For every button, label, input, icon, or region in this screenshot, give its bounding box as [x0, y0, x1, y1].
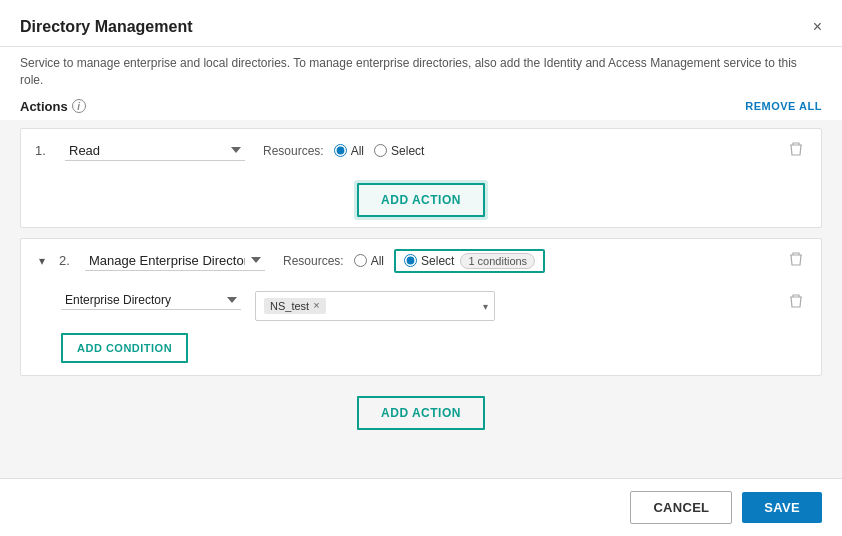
- modal: Directory Management × Service to manage…: [0, 0, 842, 536]
- action-1-resources-label: Resources:: [263, 144, 324, 158]
- action-2-select[interactable]: Manage Enterprise Directory Read Write: [85, 251, 265, 271]
- cancel-button[interactable]: CANCEL: [630, 491, 732, 524]
- action-2-number: 2.: [59, 253, 75, 268]
- action-1-select[interactable]: Read Write Manage Enterprise Directory: [65, 141, 245, 161]
- info-icon: i: [72, 99, 86, 113]
- action-2-radio-select[interactable]: Select: [404, 254, 454, 268]
- condition-delete-button[interactable]: [785, 291, 807, 315]
- conditions-badge: 1 conditions: [460, 253, 535, 269]
- tag-ns-test: NS_test ×: [264, 298, 326, 314]
- modal-header: Directory Management ×: [0, 0, 842, 47]
- modal-footer: CANCEL SAVE: [0, 478, 842, 536]
- actions-header: Actions i REMOVE ALL: [0, 89, 842, 120]
- condition-row: Enterprise Directory Local Directory NS_…: [21, 283, 821, 329]
- add-condition-area: ADD CONDITION: [21, 329, 821, 375]
- action-2-select-highlighted: Select 1 conditions: [394, 249, 545, 273]
- trash-icon-2: [789, 251, 803, 267]
- action-2-delete-button[interactable]: [785, 249, 807, 273]
- modal-body: 1. Read Write Manage Enterprise Director…: [0, 120, 842, 478]
- add-action-bottom-button[interactable]: ADD Action: [357, 396, 485, 430]
- action-1-row: 1. Read Write Manage Enterprise Director…: [21, 129, 821, 173]
- action-1-radio-select[interactable]: Select: [374, 144, 424, 158]
- add-condition-button[interactable]: ADD CONDITION: [61, 333, 188, 363]
- trash-icon: [789, 141, 803, 157]
- save-button[interactable]: SAVE: [742, 492, 822, 523]
- add-action-1-area: ADD ACTION: [21, 173, 821, 227]
- modal-description: Service to manage enterprise and local d…: [0, 47, 842, 89]
- actions-label: Actions i: [20, 99, 86, 114]
- action-2-resources-label: Resources:: [283, 254, 344, 268]
- remove-all-button[interactable]: REMOVE ALL: [745, 100, 822, 112]
- add-action-1-button[interactable]: ADD ACTION: [357, 183, 485, 217]
- action-2-row: ▾ 2. Manage Enterprise Directory Read Wr…: [21, 239, 821, 283]
- tag-remove-button[interactable]: ×: [313, 300, 319, 311]
- condition-type-select[interactable]: Enterprise Directory Local Directory: [61, 291, 241, 310]
- actions-text: Actions: [20, 99, 68, 114]
- action-1-radio-all[interactable]: All: [334, 144, 364, 158]
- condition-tags-input[interactable]: NS_test × ▾: [255, 291, 495, 321]
- action-1-number: 1.: [35, 143, 55, 158]
- action-2-radio-all[interactable]: All: [354, 254, 384, 268]
- action-2-collapse-button[interactable]: ▾: [35, 254, 49, 268]
- action-card-1: 1. Read Write Manage Enterprise Director…: [20, 128, 822, 228]
- add-action-bottom-area: ADD Action: [20, 386, 822, 440]
- action-card-2: ▾ 2. Manage Enterprise Directory Read Wr…: [20, 238, 822, 376]
- action-2-radio-group: All Select 1 conditions: [354, 249, 545, 273]
- action-1-radio-group: All Select: [334, 144, 425, 158]
- tags-dropdown-arrow: ▾: [483, 300, 488, 311]
- action-1-delete-button[interactable]: [785, 139, 807, 163]
- close-button[interactable]: ×: [813, 18, 822, 36]
- modal-title: Directory Management: [20, 18, 193, 35]
- trash-icon-3: [789, 293, 803, 309]
